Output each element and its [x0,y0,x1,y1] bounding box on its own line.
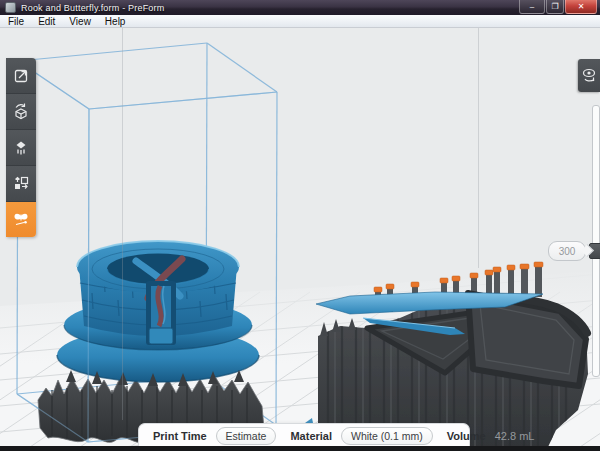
menu-edit[interactable]: Edit [32,16,61,27]
rook-front-slot [146,281,176,345]
orient-tool-button[interactable] [6,94,36,130]
butterfly-print-tool-button[interactable] [6,202,36,237]
layer-slider-track[interactable] [592,105,600,377]
butterfly-icon [11,210,31,230]
close-button[interactable]: ✕ [565,0,597,14]
maximize-button[interactable]: ❐ [546,0,564,14]
supports-tool-button[interactable] [6,130,36,166]
supports-icon [12,139,30,157]
scene-canvas [0,28,600,447]
menu-help[interactable]: Help [99,16,132,27]
minimize-button[interactable]: – [519,0,545,14]
preform-window: Rook and Butterfly.form - PreForm – ❐ ✕ … [0,0,600,451]
scale-icon [12,67,30,85]
scale-tool-button[interactable] [6,58,36,94]
volume-value: 42.8 mL [495,430,535,442]
layout-tool-button[interactable] [6,166,36,202]
viewport-3d[interactable]: 300 Print Time Estimate Material White (… [0,28,600,446]
material-label: Material [290,430,332,442]
window-bottom-edge [0,446,600,451]
material-select-button[interactable]: White (0.1 mm) [341,427,433,445]
menu-view[interactable]: View [63,16,97,27]
layout-icon [12,175,30,193]
menu-file[interactable]: File [2,16,30,27]
layer-indicator-value: 300 [559,246,576,257]
layer-indicator-bubble: 300 [548,241,586,261]
print-status-bar: Print Time Estimate Material White (0.1 … [138,423,470,447]
volume-label: Volume [447,430,486,442]
view-angle-button[interactable] [578,59,600,92]
menu-bar: File Edit View Help [0,15,600,28]
estimate-button[interactable]: Estimate [216,427,277,445]
preform-app-icon [5,2,16,13]
orient-icon [12,103,30,121]
window-title: Rook and Butterfly.form - PreForm [21,3,164,13]
eye-view-icon [581,66,597,86]
tool-sidebar [6,58,36,237]
title-bar: Rook and Butterfly.form - PreForm – ❐ ✕ [0,0,600,15]
print-time-label: Print Time [153,430,207,442]
